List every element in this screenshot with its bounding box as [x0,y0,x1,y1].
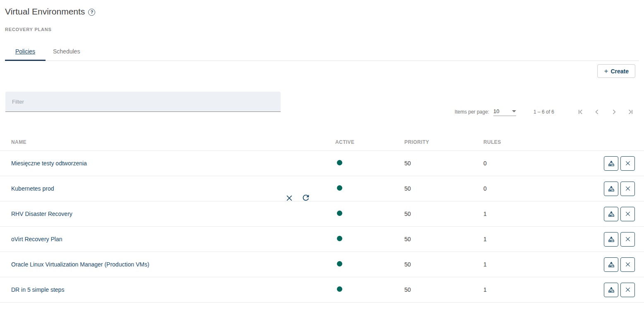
table-header-row: NAME ACTIVE PRIORITY RULES [0,133,644,151]
first-page-icon [577,108,585,116]
active-status-dot [337,211,342,216]
delete-button[interactable] [620,156,635,171]
restore-icon [607,210,615,218]
table-row: Oracle Linux Virtualization Manager (Pro… [0,252,644,277]
priority-value: 50 [393,185,472,192]
filter-toolbar: Items per page: 10 1 – 6 of 6 [0,92,644,112]
restore-button[interactable] [604,257,618,272]
restore-button[interactable] [604,182,618,196]
restore-button[interactable] [604,232,618,247]
paginator: Items per page: 10 1 – 6 of 6 [455,107,635,117]
column-header-name: NAME [0,139,324,145]
close-icon [625,236,631,242]
rules-value: 1 [472,211,555,217]
table-row: oVirt Recovery Plan 50 1 [0,227,644,252]
policy-name-link[interactable]: Kubernetes prod [11,185,54,192]
delete-button[interactable] [620,182,635,196]
last-page-button[interactable] [625,107,635,117]
table-row: DR in 5 simple steps 50 1 [0,277,644,303]
policy-name-link[interactable]: DR in 5 simple steps [11,286,64,293]
restore-icon [607,159,615,167]
close-icon [625,211,631,217]
policy-name-link[interactable]: Oracle Linux Virtualization Manager (Pro… [11,261,149,268]
restore-icon [607,184,615,193]
policy-name-link[interactable]: Miesięczne testy odtworzenia [11,160,87,167]
column-header-active: ACTIVE [324,139,393,145]
chevron-down-icon [512,110,516,112]
delete-button[interactable] [620,207,635,221]
rules-value: 0 [472,185,555,192]
last-page-icon [626,108,634,116]
items-per-page-select[interactable]: 10 [493,108,516,116]
column-header-rules: RULES [472,139,555,145]
plus-icon: + [604,68,608,75]
tab-policies-label: Policies [15,48,35,55]
rules-value: 0 [472,160,555,167]
items-per-page-label: Items per page: [455,109,489,115]
page-title: Virtual Environments [5,7,85,17]
restore-icon [607,235,615,243]
delete-button[interactable] [620,232,635,247]
rules-value: 1 [472,236,555,242]
active-status-dot [337,160,342,165]
tab-policies[interactable]: Policies [5,42,46,61]
close-icon [625,261,631,268]
close-icon [625,160,631,167]
restore-icon [607,260,615,269]
create-button[interactable]: + Create [597,64,635,78]
priority-value: 50 [393,211,472,217]
policies-table: NAME ACTIVE PRIORITY RULES Miesięczne te… [0,133,644,303]
policy-name-link[interactable]: oVirt Recovery Plan [11,236,62,242]
delete-button[interactable] [620,283,635,297]
priority-value: 50 [393,286,472,293]
close-icon [285,194,293,202]
restore-icon [607,286,615,294]
active-status-dot [337,236,342,241]
delete-button[interactable] [620,257,635,272]
table-row: Miesięczne testy odtworzenia 50 0 [0,151,644,176]
tab-schedules[interactable]: Schedules [46,42,87,61]
next-page-button[interactable] [609,107,619,117]
close-icon [625,286,631,293]
table-row: RHV Disaster Recovery 50 1 [0,201,644,227]
refresh-icon [301,193,310,202]
tab-bar: Policies Schedules [5,42,639,61]
filter-input[interactable] [5,92,281,112]
chevron-left-icon [593,108,601,116]
priority-value: 50 [393,261,472,268]
rules-value: 1 [472,261,555,268]
tab-schedules-label: Schedules [53,48,80,55]
refresh-button[interactable] [301,193,311,203]
active-status-dot [337,261,342,266]
clear-filter-button[interactable] [284,193,294,203]
table-row: Kubernetes prod 50 0 [0,176,644,201]
active-status-dot [337,286,342,292]
rules-value: 1 [472,286,555,293]
section-subtitle: RECOVERY PLANS [5,27,644,32]
restore-button[interactable] [604,283,618,297]
policy-name-link[interactable]: RHV Disaster Recovery [11,211,72,217]
previous-page-button[interactable] [592,107,602,117]
create-button-label: Create [610,68,629,75]
restore-button[interactable] [604,156,618,171]
items-per-page-value: 10 [493,108,499,114]
column-header-priority: PRIORITY [393,139,472,145]
chevron-right-icon [610,108,618,116]
close-icon [625,185,631,192]
priority-value: 50 [393,236,472,242]
first-page-button[interactable] [576,107,586,117]
help-icon[interactable]: ? [88,9,95,16]
restore-button[interactable] [604,207,618,221]
priority-value: 50 [393,160,472,167]
page-range-label: 1 – 6 of 6 [533,109,554,115]
active-status-dot [337,185,342,191]
